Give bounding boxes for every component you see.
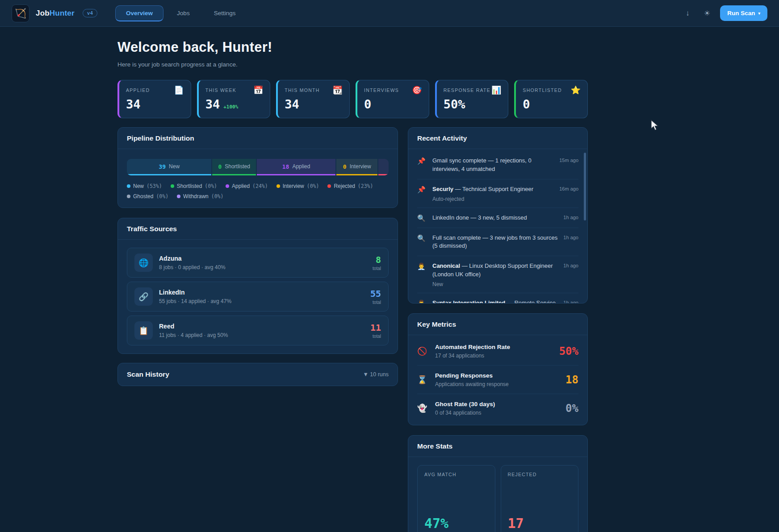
traffic-panel-title: Traffic Sources (127, 225, 177, 233)
stat-label: RESPONSE RATE (444, 87, 490, 93)
ministat-label: AVG MATCH (424, 472, 488, 477)
stat-delta-badge: +100% (223, 104, 238, 110)
metric-row-ghost-rate: 👻 Ghost Rate (30 days) 0 of 34 applicati… (417, 394, 578, 422)
activity-scrollbar-thumb[interactable] (584, 153, 586, 220)
activity-timestamp: 1h ago (563, 234, 578, 251)
activity-text: Full scan complete — 3 new jobs from 3 s… (432, 234, 557, 249)
ghost-icon: 👻 (417, 403, 429, 413)
activity-item: 📌 Securly — Technical Support Engineer A… (417, 179, 578, 208)
legend-dot (226, 184, 229, 188)
download-icon[interactable]: ↓ (681, 6, 694, 21)
legend-item-applied: Applied (24%) (226, 183, 268, 189)
source-total-label: total (370, 300, 381, 305)
recent-activity-panel: Recent Activity 📌 Gmail sync complete — … (408, 127, 588, 303)
businessperson-icon: 👨‍💼 (417, 262, 427, 287)
run-scan-label: Run Scan (727, 10, 755, 17)
legend-name: Rejected (334, 183, 355, 189)
legend-percent: (24%) (252, 183, 268, 189)
metric-subtext: 0 of 34 applications (435, 410, 559, 416)
pushpin-icon: 📌 (417, 157, 427, 174)
activity-subtext: Auto-rejected (432, 196, 554, 202)
source-total-value: 55 (370, 288, 381, 299)
legend-item-shortlisted: Shortlisted (0%) (171, 183, 217, 189)
source-total-label: total (370, 334, 381, 339)
source-meta: 11 jobs · 4 applied · avg 50% (159, 332, 364, 338)
pipeline-stacked-bar: 39 New 0 Shortlisted 18 Applied 0 (127, 159, 389, 175)
top-bar: 🏹 JobHunter v4 Overview Jobs Settings ↓ … (0, 0, 779, 27)
activity-text: LinkedIn done — 3 new, 5 dismissed (432, 214, 527, 221)
activity-timestamp: 16m ago (559, 185, 578, 202)
segment-name: Applied (292, 163, 310, 170)
traffic-row-linkedin[interactable]: 🔗 LinkedIn 55 jobs · 14 applied · avg 47… (127, 282, 389, 312)
theme-sun-icon[interactable]: ☀ (699, 6, 715, 20)
activity-strong: Syntax Integration Limited (432, 299, 505, 303)
activity-item: 👨‍💼 Syntax Integration Limited — Remote … (417, 293, 578, 303)
left-column: Pipeline Distribution 39 New 0 Shortlist… (117, 127, 398, 386)
legend-name: New (133, 183, 144, 189)
activity-strong: Securly (432, 186, 453, 192)
tab-overview[interactable]: Overview (115, 5, 163, 21)
traffic-row-reed[interactable]: 📋 Reed 11 jobs · 4 applied · avg 50% 11 … (127, 316, 389, 345)
stat-label: INTERVIEWS (364, 87, 399, 93)
source-total-label: total (373, 266, 381, 271)
metric-row-pending-responses: ⌛ Pending Responses Applications awaitin… (417, 366, 578, 394)
pipeline-segment-shortlisted: 0 Shortlisted (212, 159, 256, 175)
source-name: Adzuna (159, 255, 366, 262)
scan-history-title: Scan History (127, 370, 169, 378)
legend-name: Applied (232, 183, 250, 189)
segment-name: Shortlisted (225, 163, 250, 170)
main-nav: Overview Jobs Settings (115, 5, 246, 21)
activity-item: 👨‍💼 Canonical — Linux Desktop Support En… (417, 256, 578, 293)
brand-first: Job (36, 9, 50, 17)
pipeline-panel-title: Pipeline Distribution (127, 134, 194, 142)
source-name: LinkedIn (159, 289, 364, 296)
legend-dot (127, 195, 130, 198)
page-title: Welcome back, Hunter! (117, 39, 588, 55)
version-badge: v4 (83, 9, 97, 17)
app-logo: 🏹 (12, 4, 29, 22)
legend-item-rejected: Rejected (23%) (327, 183, 373, 189)
legend-dot (171, 184, 174, 188)
activity-list: 📌 Gmail sync complete — 1 rejections, 0 … (408, 149, 587, 303)
metric-name: Pending Responses (435, 372, 559, 379)
traffic-row-adzuna[interactable]: 🌐 Adzuna 8 jobs · 0 applied · avg 40% 8 … (127, 248, 389, 278)
right-column: Recent Activity 📌 Gmail sync complete — … (408, 127, 588, 532)
source-meta: 55 jobs · 14 applied · avg 47% (159, 298, 364, 304)
activity-timestamp: 1h ago (563, 262, 578, 287)
activity-item: 🔍 LinkedIn done — 3 new, 5 dismissed 1h … (417, 208, 578, 228)
metric-name: Automated Rejection Rate (435, 344, 553, 350)
pipeline-legend: New (53%) Shortlisted (0%) Applied (24%) (127, 183, 389, 200)
ministat-label: REJECTED (508, 472, 572, 477)
link-icon: 🔗 (134, 287, 153, 306)
source-total-value: 8 (373, 254, 381, 265)
segment-count: 0 (343, 163, 347, 170)
tab-jobs[interactable]: Jobs (166, 5, 201, 21)
globe-icon: 🌐 (134, 254, 153, 272)
legend-percent: (23%) (358, 183, 373, 189)
activity-subtext: New (432, 281, 558, 287)
stat-card-interviews: INTERVIEWS 🎯 0 (356, 80, 429, 118)
legend-name: Ghosted (133, 193, 153, 200)
run-scan-button[interactable]: Run Scan ▾ (720, 5, 767, 21)
tab-settings[interactable]: Settings (203, 5, 247, 21)
recent-activity-title: Recent Activity (417, 134, 467, 142)
legend-name: Interview (283, 183, 304, 189)
activity-text: Gmail sync complete — 1 rejections, 0 in… (432, 157, 532, 172)
stat-label: THIS MONTH (285, 87, 319, 93)
ministat-value: 47% (424, 515, 488, 531)
segment-count: 18 (282, 163, 289, 170)
legend-dot (276, 184, 280, 188)
segment-name: New (169, 163, 180, 170)
page-subtitle: Here is your job search progress at a gl… (117, 61, 588, 68)
scan-history-toggle[interactable]: ▼ 10 runs (363, 371, 389, 378)
stat-label: SHORTLISTED (523, 87, 562, 93)
brand-name: JobHunter (36, 9, 75, 18)
pipeline-segment-interview: 0 Interview (336, 159, 377, 175)
legend-dot (327, 184, 331, 188)
scan-history-panel[interactable]: Scan History ▼ 10 runs (117, 363, 398, 386)
metric-name: Ghost Rate (30 days) (435, 401, 559, 407)
metric-subtext: 17 of 34 applications (435, 353, 553, 359)
legend-percent: (0%) (205, 183, 217, 189)
bar-chart-icon: 📊 (491, 86, 501, 94)
stat-card-applied: APPLIED 📄 34 (117, 80, 191, 118)
